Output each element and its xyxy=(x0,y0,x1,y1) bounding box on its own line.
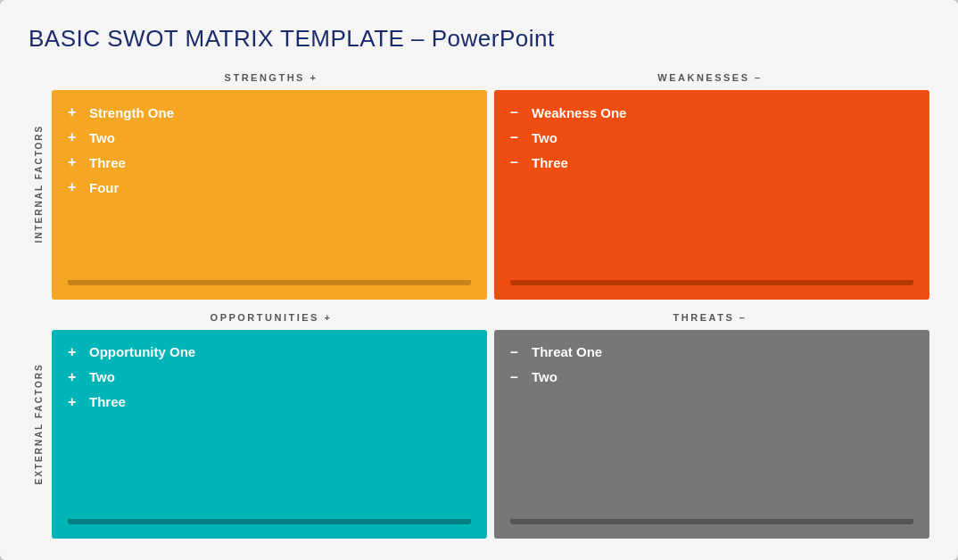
opportunities-header: OPPORTUNITIES + xyxy=(52,309,491,330)
slide-title: BASIC SWOT MATRIX TEMPLATE – PowerPoint xyxy=(29,25,929,53)
opportunities-quadrant: + Opportunity One + Two + Three xyxy=(52,330,487,539)
weaknesses-header: WEAKNESSES – xyxy=(491,69,929,90)
opportunity-icon-2: + xyxy=(68,369,80,385)
weakness-icon-1: – xyxy=(510,104,523,120)
strength-text-4: Four xyxy=(89,180,119,195)
top-quadrants: + Strength One + Two + Three + xyxy=(52,90,929,300)
title-sub: – PowerPoint xyxy=(404,25,554,52)
strength-text-1: Strength One xyxy=(89,105,174,120)
row-gap xyxy=(29,300,929,309)
external-row: EXTERNAL FACTORS OPPORTUNITIES + THREATS… xyxy=(29,309,929,539)
external-content: OPPORTUNITIES + THREATS – + Opportunity … xyxy=(52,309,929,539)
opportunity-text-1: Opportunity One xyxy=(89,344,195,359)
strength-item-3: + Three xyxy=(68,154,471,170)
strength-item-2: + Two xyxy=(68,129,471,145)
strengths-bottom-bar xyxy=(68,280,471,285)
slide: BASIC SWOT MATRIX TEMPLATE – PowerPoint … xyxy=(0,0,958,560)
strength-icon-4: + xyxy=(68,179,80,195)
top-col-headers: STRENGTHS + WEAKNESSES – xyxy=(52,69,929,90)
external-label: EXTERNAL FACTORS xyxy=(29,309,48,539)
strength-item-1: + Strength One xyxy=(68,104,471,120)
weakness-text-3: Three xyxy=(532,155,568,170)
opportunity-item-3: + Three xyxy=(68,394,471,410)
weakness-icon-2: – xyxy=(510,129,523,145)
weakness-text-2: Two xyxy=(532,130,557,145)
threat-text-1: Threat One xyxy=(532,344,602,359)
matrix-wrapper: INTERNAL FACTORS STRENGTHS + WEAKNESSES … xyxy=(29,69,929,539)
opportunities-bottom-bar xyxy=(68,519,471,524)
weakness-item-1: – Weakness One xyxy=(510,104,913,120)
internal-row: INTERNAL FACTORS STRENGTHS + WEAKNESSES … xyxy=(29,69,929,300)
strength-icon-2: + xyxy=(68,129,80,145)
opportunity-item-2: + Two xyxy=(68,369,471,385)
weaknesses-quadrant: – Weakness One – Two – Three xyxy=(494,90,929,300)
strength-item-4: + Four xyxy=(68,179,471,195)
threat-icon-2: – xyxy=(510,369,523,385)
opportunity-icon-1: + xyxy=(68,344,80,360)
weakness-text-1: Weakness One xyxy=(532,105,626,120)
internal-label: INTERNAL FACTORS xyxy=(29,69,48,300)
title-main: BASIC SWOT MATRIX TEMPLATE xyxy=(29,25,404,52)
threats-bottom-bar xyxy=(510,519,913,524)
threat-item-2: – Two xyxy=(510,369,913,385)
strengths-header: STRENGTHS + xyxy=(52,69,491,90)
opportunity-text-2: Two xyxy=(89,369,115,384)
weakness-item-2: – Two xyxy=(510,129,913,145)
bottom-col-headers: OPPORTUNITIES + THREATS – xyxy=(52,309,929,330)
threats-header: THREATS – xyxy=(491,309,929,330)
weakness-icon-3: – xyxy=(510,154,523,170)
threat-text-2: Two xyxy=(532,369,557,384)
threat-icon-1: – xyxy=(510,344,523,360)
strength-icon-1: + xyxy=(68,104,80,120)
strength-text-3: Three xyxy=(89,155,126,170)
strengths-quadrant: + Strength One + Two + Three + xyxy=(52,90,487,300)
opportunity-text-3: Three xyxy=(89,394,126,409)
opportunity-icon-3: + xyxy=(68,394,80,410)
threat-item-1: – Threat One xyxy=(510,344,913,360)
weaknesses-bottom-bar xyxy=(510,280,913,285)
strength-text-2: Two xyxy=(89,130,115,145)
weakness-item-3: – Three xyxy=(510,154,913,170)
opportunity-item-1: + Opportunity One xyxy=(68,344,471,360)
bottom-quadrants: + Opportunity One + Two + Three xyxy=(52,330,929,539)
threats-quadrant: – Threat One – Two xyxy=(494,330,929,539)
strength-icon-3: + xyxy=(68,154,80,170)
internal-content: STRENGTHS + WEAKNESSES – + Strength One … xyxy=(52,69,929,300)
